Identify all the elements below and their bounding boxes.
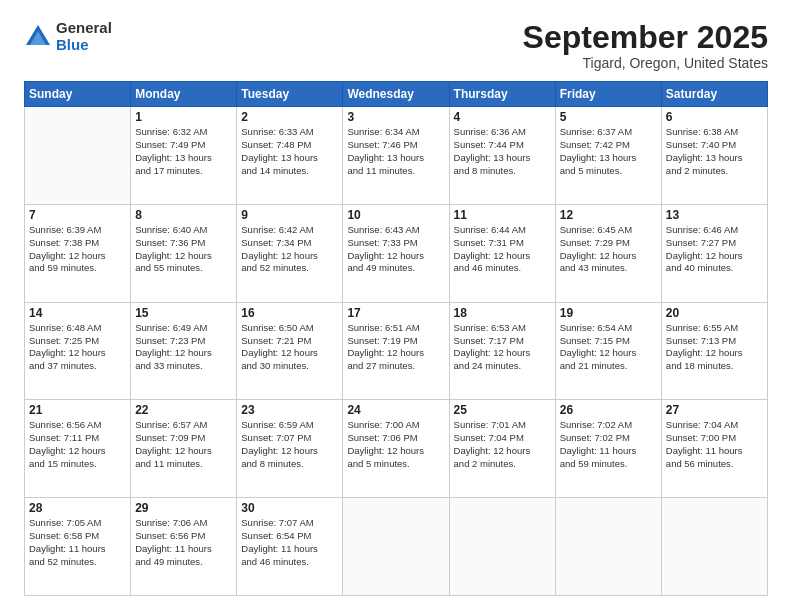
day-number: 19 (560, 306, 657, 320)
col-monday: Monday (131, 82, 237, 107)
day-info: Sunrise: 6:36 AMSunset: 7:44 PMDaylight:… (454, 126, 551, 177)
calendar-cell: 30Sunrise: 7:07 AMSunset: 6:54 PMDayligh… (237, 498, 343, 596)
day-info: Sunrise: 6:38 AMSunset: 7:40 PMDaylight:… (666, 126, 763, 177)
day-info: Sunrise: 6:42 AMSunset: 7:34 PMDaylight:… (241, 224, 338, 275)
col-friday: Friday (555, 82, 661, 107)
week-row-1: 1Sunrise: 6:32 AMSunset: 7:49 PMDaylight… (25, 107, 768, 205)
calendar-cell: 7Sunrise: 6:39 AMSunset: 7:38 PMDaylight… (25, 204, 131, 302)
day-number: 22 (135, 403, 232, 417)
day-number: 21 (29, 403, 126, 417)
calendar-cell: 6Sunrise: 6:38 AMSunset: 7:40 PMDaylight… (661, 107, 767, 205)
day-number: 23 (241, 403, 338, 417)
day-number: 4 (454, 110, 551, 124)
calendar-cell: 29Sunrise: 7:06 AMSunset: 6:56 PMDayligh… (131, 498, 237, 596)
day-info: Sunrise: 7:01 AMSunset: 7:04 PMDaylight:… (454, 419, 551, 470)
day-number: 9 (241, 208, 338, 222)
calendar-cell: 19Sunrise: 6:54 AMSunset: 7:15 PMDayligh… (555, 302, 661, 400)
day-number: 12 (560, 208, 657, 222)
calendar-cell (661, 498, 767, 596)
day-info: Sunrise: 6:57 AMSunset: 7:09 PMDaylight:… (135, 419, 232, 470)
calendar-cell: 12Sunrise: 6:45 AMSunset: 7:29 PMDayligh… (555, 204, 661, 302)
day-number: 30 (241, 501, 338, 515)
day-number: 13 (666, 208, 763, 222)
logo-text: General Blue (56, 20, 112, 53)
week-row-4: 21Sunrise: 6:56 AMSunset: 7:11 PMDayligh… (25, 400, 768, 498)
calendar-cell: 16Sunrise: 6:50 AMSunset: 7:21 PMDayligh… (237, 302, 343, 400)
day-number: 2 (241, 110, 338, 124)
day-info: Sunrise: 6:34 AMSunset: 7:46 PMDaylight:… (347, 126, 444, 177)
day-number: 16 (241, 306, 338, 320)
day-number: 15 (135, 306, 232, 320)
calendar-cell: 13Sunrise: 6:46 AMSunset: 7:27 PMDayligh… (661, 204, 767, 302)
day-info: Sunrise: 7:02 AMSunset: 7:02 PMDaylight:… (560, 419, 657, 470)
calendar-cell: 10Sunrise: 6:43 AMSunset: 7:33 PMDayligh… (343, 204, 449, 302)
calendar-cell (25, 107, 131, 205)
day-info: Sunrise: 6:40 AMSunset: 7:36 PMDaylight:… (135, 224, 232, 275)
title-block: September 2025 Tigard, Oregon, United St… (523, 20, 768, 71)
logo: General Blue (24, 20, 112, 53)
day-info: Sunrise: 6:51 AMSunset: 7:19 PMDaylight:… (347, 322, 444, 373)
calendar-cell: 11Sunrise: 6:44 AMSunset: 7:31 PMDayligh… (449, 204, 555, 302)
calendar-cell: 17Sunrise: 6:51 AMSunset: 7:19 PMDayligh… (343, 302, 449, 400)
day-info: Sunrise: 6:46 AMSunset: 7:27 PMDaylight:… (666, 224, 763, 275)
calendar-cell (343, 498, 449, 596)
day-info: Sunrise: 7:05 AMSunset: 6:58 PMDaylight:… (29, 517, 126, 568)
calendar-cell: 23Sunrise: 6:59 AMSunset: 7:07 PMDayligh… (237, 400, 343, 498)
day-info: Sunrise: 7:04 AMSunset: 7:00 PMDaylight:… (666, 419, 763, 470)
col-sunday: Sunday (25, 82, 131, 107)
calendar-cell: 1Sunrise: 6:32 AMSunset: 7:49 PMDaylight… (131, 107, 237, 205)
day-info: Sunrise: 6:43 AMSunset: 7:33 PMDaylight:… (347, 224, 444, 275)
logo-blue-label: Blue (56, 37, 112, 54)
calendar-cell: 20Sunrise: 6:55 AMSunset: 7:13 PMDayligh… (661, 302, 767, 400)
day-number: 3 (347, 110, 444, 124)
day-number: 5 (560, 110, 657, 124)
day-info: Sunrise: 6:48 AMSunset: 7:25 PMDaylight:… (29, 322, 126, 373)
day-number: 6 (666, 110, 763, 124)
col-thursday: Thursday (449, 82, 555, 107)
day-info: Sunrise: 6:39 AMSunset: 7:38 PMDaylight:… (29, 224, 126, 275)
location: Tigard, Oregon, United States (523, 55, 768, 71)
day-info: Sunrise: 6:33 AMSunset: 7:48 PMDaylight:… (241, 126, 338, 177)
day-info: Sunrise: 6:37 AMSunset: 7:42 PMDaylight:… (560, 126, 657, 177)
col-tuesday: Tuesday (237, 82, 343, 107)
week-row-2: 7Sunrise: 6:39 AMSunset: 7:38 PMDaylight… (25, 204, 768, 302)
week-row-5: 28Sunrise: 7:05 AMSunset: 6:58 PMDayligh… (25, 498, 768, 596)
day-info: Sunrise: 6:54 AMSunset: 7:15 PMDaylight:… (560, 322, 657, 373)
day-info: Sunrise: 7:07 AMSunset: 6:54 PMDaylight:… (241, 517, 338, 568)
calendar-cell: 25Sunrise: 7:01 AMSunset: 7:04 PMDayligh… (449, 400, 555, 498)
calendar-cell: 14Sunrise: 6:48 AMSunset: 7:25 PMDayligh… (25, 302, 131, 400)
header: General Blue September 2025 Tigard, Oreg… (24, 20, 768, 71)
calendar-cell: 28Sunrise: 7:05 AMSunset: 6:58 PMDayligh… (25, 498, 131, 596)
logo-icon (24, 23, 52, 51)
day-number: 25 (454, 403, 551, 417)
day-info: Sunrise: 6:59 AMSunset: 7:07 PMDaylight:… (241, 419, 338, 470)
day-number: 17 (347, 306, 444, 320)
calendar-cell: 5Sunrise: 6:37 AMSunset: 7:42 PMDaylight… (555, 107, 661, 205)
calendar-cell: 8Sunrise: 6:40 AMSunset: 7:36 PMDaylight… (131, 204, 237, 302)
day-number: 18 (454, 306, 551, 320)
day-info: Sunrise: 6:45 AMSunset: 7:29 PMDaylight:… (560, 224, 657, 275)
day-info: Sunrise: 7:06 AMSunset: 6:56 PMDaylight:… (135, 517, 232, 568)
calendar-table: Sunday Monday Tuesday Wednesday Thursday… (24, 81, 768, 596)
week-row-3: 14Sunrise: 6:48 AMSunset: 7:25 PMDayligh… (25, 302, 768, 400)
day-number: 14 (29, 306, 126, 320)
calendar-cell: 18Sunrise: 6:53 AMSunset: 7:17 PMDayligh… (449, 302, 555, 400)
day-info: Sunrise: 6:55 AMSunset: 7:13 PMDaylight:… (666, 322, 763, 373)
month-title: September 2025 (523, 20, 768, 55)
calendar-cell (449, 498, 555, 596)
calendar-cell (555, 498, 661, 596)
day-number: 10 (347, 208, 444, 222)
day-info: Sunrise: 6:50 AMSunset: 7:21 PMDaylight:… (241, 322, 338, 373)
day-info: Sunrise: 6:32 AMSunset: 7:49 PMDaylight:… (135, 126, 232, 177)
calendar-cell: 21Sunrise: 6:56 AMSunset: 7:11 PMDayligh… (25, 400, 131, 498)
calendar-cell: 22Sunrise: 6:57 AMSunset: 7:09 PMDayligh… (131, 400, 237, 498)
day-info: Sunrise: 6:56 AMSunset: 7:11 PMDaylight:… (29, 419, 126, 470)
col-wednesday: Wednesday (343, 82, 449, 107)
calendar-cell: 26Sunrise: 7:02 AMSunset: 7:02 PMDayligh… (555, 400, 661, 498)
day-number: 7 (29, 208, 126, 222)
calendar-cell: 3Sunrise: 6:34 AMSunset: 7:46 PMDaylight… (343, 107, 449, 205)
logo-general-label: General (56, 20, 112, 37)
day-number: 26 (560, 403, 657, 417)
day-number: 20 (666, 306, 763, 320)
day-number: 28 (29, 501, 126, 515)
